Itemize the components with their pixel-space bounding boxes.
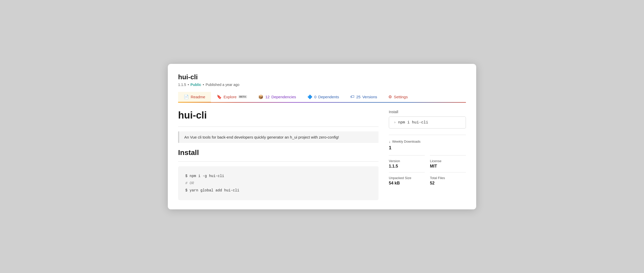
total-files-label: Total Files bbox=[430, 176, 466, 180]
readme-title: hui-cli bbox=[178, 110, 379, 121]
main-layout: hui-cli An Vue cli tools for back-end de… bbox=[178, 110, 466, 200]
weekly-downloads-value: 1 bbox=[389, 145, 466, 151]
total-files-item: Total Files 52 bbox=[430, 172, 466, 186]
version-license-grid: Version 1.1.5 License MIT bbox=[389, 155, 466, 172]
version-value: 1.1.5 bbox=[389, 164, 425, 169]
tab-dependencies[interactable]: 📦 12 Dependencies bbox=[253, 92, 302, 103]
explore-icon: 🔖 bbox=[217, 94, 222, 99]
prompt-symbol: › bbox=[394, 120, 396, 125]
tabs-bar: 📄 Readme 🔖 Explore BETA 📦 12 Dependencie… bbox=[178, 92, 466, 103]
package-name: hui-cli bbox=[178, 73, 466, 81]
size-files-grid: Unpacked Size 54 kB Total Files 52 bbox=[389, 172, 466, 189]
unpacked-size-label: Unpacked Size bbox=[389, 176, 425, 180]
install-section-title: Install bbox=[178, 149, 379, 157]
package-page: hui-cli 1.1.5 • Public • Published a yea… bbox=[168, 64, 476, 209]
version-label: Version bbox=[389, 159, 425, 163]
beta-badge: BETA bbox=[238, 95, 247, 98]
versions-icon: 🏷 bbox=[350, 94, 354, 99]
package-version: 1.1.5 bbox=[178, 83, 186, 87]
visibility-badge: Public bbox=[190, 83, 201, 87]
unpacked-size-value: 54 kB bbox=[389, 181, 425, 186]
dependencies-icon: 📦 bbox=[258, 94, 263, 99]
readme-icon: 📄 bbox=[184, 94, 189, 99]
published-date: Published a year ago bbox=[206, 83, 240, 87]
code-line-1: $ npm i -g hui-cli bbox=[185, 172, 371, 180]
license-value: MIT bbox=[430, 164, 466, 169]
code-block: $ npm i -g hui-cli # OR $ yarn global ad… bbox=[178, 166, 379, 200]
tab-dependents[interactable]: 🔷 0 Dependents bbox=[302, 92, 345, 103]
tab-versions[interactable]: 🏷 25 Versions bbox=[345, 92, 383, 103]
weekly-downloads-section: ↓ Weekly Downloads 1 bbox=[389, 135, 466, 151]
dependents-icon: 🔷 bbox=[307, 94, 312, 99]
readme-description: An Vue cli tools for back-end developers… bbox=[178, 131, 379, 143]
code-line-2: # OR bbox=[185, 180, 371, 187]
download-icon: ↓ bbox=[389, 140, 391, 144]
code-line-3: $ yarn global add hui-cli bbox=[185, 187, 371, 194]
total-files-value: 52 bbox=[430, 181, 466, 186]
sidebar: Install › npm i hui-cli ↓ Weekly Downloa… bbox=[389, 110, 466, 200]
license-item: License MIT bbox=[430, 155, 466, 169]
install-label: Install bbox=[389, 110, 466, 114]
license-label: License bbox=[430, 159, 466, 163]
tab-settings[interactable]: ⚙ Settings bbox=[383, 92, 413, 103]
install-command: npm i hui-cli bbox=[398, 120, 428, 125]
readme-content: hui-cli An Vue cli tools for back-end de… bbox=[178, 110, 379, 200]
package-header: hui-cli 1.1.5 • Public • Published a yea… bbox=[178, 73, 466, 87]
divider-2 bbox=[178, 161, 379, 162]
package-meta: 1.1.5 • Public • Published a year ago bbox=[178, 83, 466, 87]
settings-icon: ⚙ bbox=[388, 94, 392, 99]
weekly-downloads-label: ↓ Weekly Downloads bbox=[389, 140, 466, 144]
install-command-box[interactable]: › npm i hui-cli bbox=[389, 116, 466, 129]
unpacked-size-item: Unpacked Size 54 kB bbox=[389, 172, 425, 186]
tab-readme[interactable]: 📄 Readme bbox=[178, 92, 211, 103]
version-item: Version 1.1.5 bbox=[389, 155, 425, 169]
tab-explore[interactable]: 🔖 Explore BETA bbox=[211, 92, 253, 103]
divider-1 bbox=[178, 126, 379, 127]
tabs-gradient-line bbox=[178, 102, 466, 103]
